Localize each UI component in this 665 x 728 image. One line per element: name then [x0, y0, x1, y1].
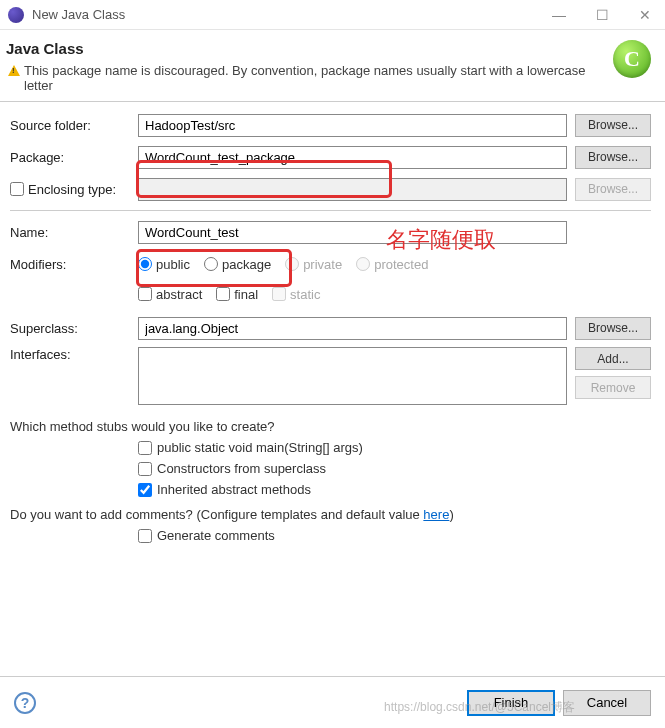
comments-question: Do you want to add comments? (Configure … [10, 507, 651, 522]
cb-constructors[interactable]: Constructors from superclass [138, 461, 651, 476]
radio-public[interactable]: public [138, 257, 190, 272]
superclass-input[interactable] [138, 317, 567, 340]
dialog-footer: ? Finish Cancel [0, 676, 665, 728]
browse-source-button[interactable]: Browse... [575, 114, 651, 137]
radio-private: private [285, 257, 342, 272]
name-input[interactable] [138, 221, 567, 244]
finish-button[interactable]: Finish [467, 690, 555, 716]
enclosing-type-label-wrap: Enclosing type: [10, 182, 138, 197]
cb-inherited[interactable]: Inherited abstract methods [138, 482, 651, 497]
dialog-header: Java Class This package name is discoura… [0, 30, 665, 102]
help-button[interactable]: ? [14, 692, 36, 714]
eclipse-icon [8, 7, 24, 23]
browse-package-button[interactable]: Browse... [575, 146, 651, 169]
interfaces-list[interactable] [138, 347, 567, 405]
maximize-button[interactable]: ☐ [590, 5, 615, 25]
name-label: Name: [10, 225, 138, 240]
cb-generate-comments[interactable]: Generate comments [138, 528, 651, 543]
source-folder-label: Source folder: [10, 118, 138, 133]
window-controls: — ☐ ✕ [546, 5, 657, 25]
window-title: New Java Class [32, 7, 546, 22]
superclass-label: Superclass: [10, 321, 138, 336]
interfaces-label: Interfaces: [10, 347, 138, 362]
titlebar: New Java Class — ☐ ✕ [0, 0, 665, 30]
add-interface-button[interactable]: Add... [575, 347, 651, 370]
cb-final[interactable]: final [216, 287, 258, 302]
cb-abstract[interactable]: abstract [138, 287, 202, 302]
warning-message: This package name is discouraged. By con… [6, 63, 613, 93]
cb-static: static [272, 287, 320, 302]
separator [10, 210, 651, 211]
browse-superclass-button[interactable]: Browse... [575, 317, 651, 340]
enclosing-type-checkbox[interactable] [10, 182, 24, 196]
modifiers-label: Modifiers: [10, 257, 138, 272]
minimize-button[interactable]: — [546, 5, 572, 25]
cancel-button[interactable]: Cancel [563, 690, 651, 716]
configure-here-link[interactable]: here [423, 507, 449, 522]
package-input[interactable] [138, 146, 567, 169]
modifiers-checkboxes: abstract final static [138, 287, 320, 302]
package-label: Package: [10, 150, 138, 165]
remove-interface-button: Remove [575, 376, 651, 399]
radio-protected: protected [356, 257, 428, 272]
form-area: Source folder: Browse... Package: Browse… [0, 102, 665, 415]
browse-enclosing-button: Browse... [575, 178, 651, 201]
class-icon: C [613, 40, 651, 78]
close-button[interactable]: ✕ [633, 5, 657, 25]
warning-text: This package name is discouraged. By con… [24, 63, 613, 93]
dialog-title: Java Class [6, 40, 613, 57]
cb-main-method[interactable]: public static void main(String[] args) [138, 440, 651, 455]
source-folder-input[interactable] [138, 114, 567, 137]
stubs-question: Which method stubs would you like to cre… [10, 419, 651, 434]
modifiers-radios: public package private protected [138, 257, 428, 272]
warning-icon [8, 65, 20, 76]
radio-package[interactable]: package [204, 257, 271, 272]
enclosing-type-input [138, 178, 567, 201]
method-stubs-section: Which method stubs would you like to cre… [0, 415, 665, 559]
